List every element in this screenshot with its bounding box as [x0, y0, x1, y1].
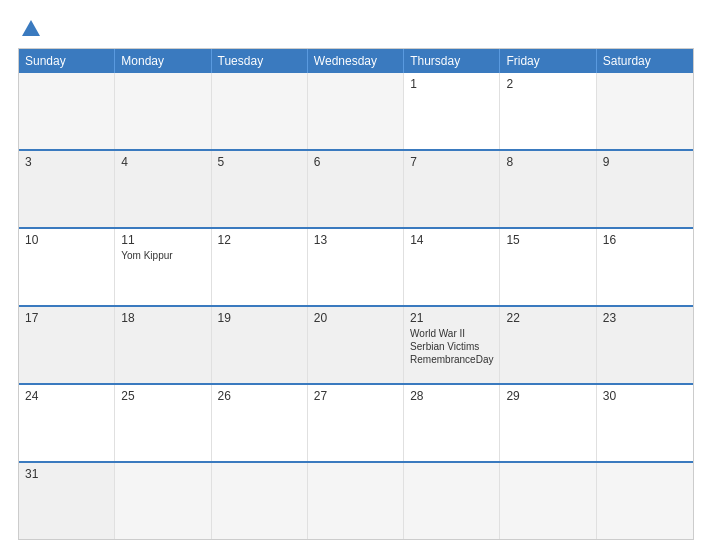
day-number: 13 — [314, 233, 397, 247]
day-number: 8 — [506, 155, 589, 169]
calendar-cell: 2 — [500, 73, 596, 149]
calendar-cell: 6 — [308, 151, 404, 227]
calendar-week-6: 31 — [19, 461, 693, 539]
calendar-cell: 16 — [597, 229, 693, 305]
header — [18, 18, 694, 40]
calendar-cell: 19 — [212, 307, 308, 383]
calendar-week-5: 24252627282930 — [19, 383, 693, 461]
day-number: 6 — [314, 155, 397, 169]
day-number: 18 — [121, 311, 204, 325]
calendar-cell — [597, 73, 693, 149]
day-number: 11 — [121, 233, 204, 247]
calendar-cell: 11Yom Kippur — [115, 229, 211, 305]
calendar-cell — [212, 73, 308, 149]
day-number: 22 — [506, 311, 589, 325]
calendar: SundayMondayTuesdayWednesdayThursdayFrid… — [18, 48, 694, 540]
day-number: 26 — [218, 389, 301, 403]
calendar-cell — [115, 463, 211, 539]
header-day-friday: Friday — [500, 49, 596, 73]
calendar-cell: 28 — [404, 385, 500, 461]
day-number: 4 — [121, 155, 204, 169]
calendar-cell: 12 — [212, 229, 308, 305]
calendar-cell: 27 — [308, 385, 404, 461]
day-number: 7 — [410, 155, 493, 169]
calendar-cell: 3 — [19, 151, 115, 227]
calendar-cell — [19, 73, 115, 149]
day-number: 2 — [506, 77, 589, 91]
day-number: 15 — [506, 233, 589, 247]
day-number: 28 — [410, 389, 493, 403]
calendar-week-1: 12 — [19, 73, 693, 149]
header-day-wednesday: Wednesday — [308, 49, 404, 73]
day-number: 21 — [410, 311, 493, 325]
day-number: 25 — [121, 389, 204, 403]
day-number: 16 — [603, 233, 687, 247]
calendar-cell — [597, 463, 693, 539]
calendar-week-2: 3456789 — [19, 149, 693, 227]
header-day-monday: Monday — [115, 49, 211, 73]
calendar-week-3: 1011Yom Kippur1213141516 — [19, 227, 693, 305]
calendar-cell: 30 — [597, 385, 693, 461]
calendar-cell: 14 — [404, 229, 500, 305]
day-number: 17 — [25, 311, 108, 325]
day-number: 1 — [410, 77, 493, 91]
calendar-cell — [404, 463, 500, 539]
calendar-cell: 17 — [19, 307, 115, 383]
day-number: 5 — [218, 155, 301, 169]
calendar-cell: 18 — [115, 307, 211, 383]
header-day-sunday: Sunday — [19, 49, 115, 73]
day-number: 14 — [410, 233, 493, 247]
day-number: 3 — [25, 155, 108, 169]
day-number: 29 — [506, 389, 589, 403]
calendar-header: SundayMondayTuesdayWednesdayThursdayFrid… — [19, 49, 693, 73]
calendar-cell: 20 — [308, 307, 404, 383]
calendar-cell: 23 — [597, 307, 693, 383]
calendar-event: World War IISerbian VictimsRemembranceDa… — [410, 327, 493, 366]
calendar-cell: 10 — [19, 229, 115, 305]
calendar-cell: 31 — [19, 463, 115, 539]
page: SundayMondayTuesdayWednesdayThursdayFrid… — [0, 0, 712, 550]
calendar-cell: 24 — [19, 385, 115, 461]
calendar-cell: 9 — [597, 151, 693, 227]
calendar-cell — [115, 73, 211, 149]
calendar-cell: 5 — [212, 151, 308, 227]
calendar-cell: 13 — [308, 229, 404, 305]
calendar-cell — [212, 463, 308, 539]
svg-marker-0 — [22, 20, 40, 36]
calendar-cell: 1 — [404, 73, 500, 149]
calendar-cell: 15 — [500, 229, 596, 305]
calendar-cell: 8 — [500, 151, 596, 227]
calendar-cell — [500, 463, 596, 539]
calendar-event: Yom Kippur — [121, 249, 204, 262]
calendar-cell — [308, 463, 404, 539]
calendar-cell: 7 — [404, 151, 500, 227]
calendar-cell — [308, 73, 404, 149]
day-number: 10 — [25, 233, 108, 247]
day-number: 31 — [25, 467, 108, 481]
day-number: 19 — [218, 311, 301, 325]
calendar-cell: 26 — [212, 385, 308, 461]
logo — [18, 18, 42, 40]
calendar-cell: 29 — [500, 385, 596, 461]
day-number: 9 — [603, 155, 687, 169]
day-number: 27 — [314, 389, 397, 403]
day-number: 20 — [314, 311, 397, 325]
calendar-body: 1234567891011Yom Kippur12131415161718192… — [19, 73, 693, 539]
day-number: 12 — [218, 233, 301, 247]
calendar-cell: 4 — [115, 151, 211, 227]
day-number: 30 — [603, 389, 687, 403]
calendar-week-4: 1718192021World War IISerbian VictimsRem… — [19, 305, 693, 383]
day-number: 24 — [25, 389, 108, 403]
day-number: 23 — [603, 311, 687, 325]
logo-icon — [20, 18, 42, 40]
header-day-saturday: Saturday — [597, 49, 693, 73]
calendar-cell: 21World War IISerbian VictimsRemembrance… — [404, 307, 500, 383]
header-day-thursday: Thursday — [404, 49, 500, 73]
calendar-cell: 22 — [500, 307, 596, 383]
calendar-cell: 25 — [115, 385, 211, 461]
header-day-tuesday: Tuesday — [212, 49, 308, 73]
